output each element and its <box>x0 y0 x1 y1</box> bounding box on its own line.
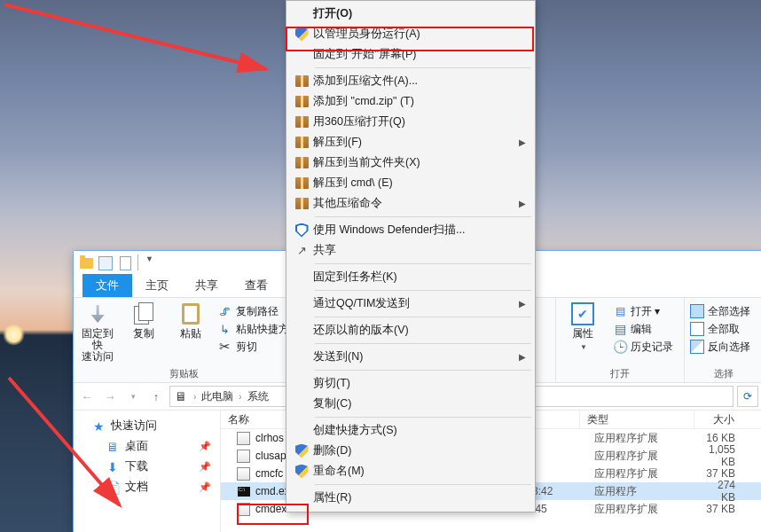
tab-file[interactable]: 文件 <box>82 274 132 297</box>
context-menu: 打开(O) 以管理员身份运行(A) 固定到"开始"屏幕(P) 添加到压缩文件(A… <box>286 0 536 512</box>
copy-button[interactable]: 复制 <box>125 301 162 340</box>
dll-icon <box>237 432 250 445</box>
ctx-create-shortcut[interactable]: 创建快捷方式(S) <box>288 420 533 441</box>
nav-downloads[interactable]: ⬇ 下载 📌 <box>74 457 220 477</box>
star-icon: ★ <box>91 419 106 434</box>
ctx-add-archive[interactable]: 添加到压缩文件(A)... <box>288 71 533 91</box>
separator <box>315 67 531 68</box>
ctx-properties[interactable]: 属性(R) <box>288 488 533 508</box>
nav-back-button[interactable]: ← <box>77 387 97 406</box>
tab-share[interactable]: 共享 <box>182 274 231 297</box>
file-type: 应用程序扩展 <box>587 502 701 517</box>
pc-icon: 🖥 <box>174 389 188 403</box>
properties-icon[interactable] <box>116 254 134 272</box>
history-button[interactable]: 🕒 历史记录 <box>613 339 673 355</box>
chevron-right-icon: › <box>235 392 245 402</box>
annotation-highlight-admin <box>286 27 534 51</box>
ctx-other-compress[interactable]: 其他压缩命令▶ <box>288 193 533 214</box>
annotation-arrow-1 <box>0 0 293 91</box>
invert-icon <box>690 340 704 354</box>
archive-icon <box>295 177 309 189</box>
nav-pane: ★ 快速访问 🖥 桌面 📌 ⬇ 下载 📌 📄 文档 📌 <box>74 411 221 532</box>
select-all-icon <box>690 304 704 318</box>
pin-quick-access-button[interactable]: 固定到快 速访问 <box>79 301 116 363</box>
file-size: 37 KB <box>701 467 761 480</box>
edit-button[interactable]: ▤ 编辑 <box>613 321 673 337</box>
file-type: 应用程序 <box>587 484 701 499</box>
link-icon: 🖇 <box>218 304 232 318</box>
qat-dropdown-icon[interactable]: ▼ <box>142 254 157 272</box>
document-icon: 📄 <box>106 481 120 495</box>
archive-icon <box>295 137 309 148</box>
pin-icon <box>91 305 105 323</box>
nav-quick-access[interactable]: ★ 快速访问 <box>74 416 220 436</box>
history-icon: 🕒 <box>613 340 627 354</box>
invert-selection-button[interactable]: 反向选择 <box>690 339 757 355</box>
paste-icon <box>182 303 200 325</box>
ctx-extract-cmd[interactable]: 解压到 cmd\ (E) <box>288 173 533 193</box>
open-button[interactable]: ▤ 打开 ▾ <box>613 303 673 319</box>
download-icon: ⬇ <box>106 460 120 474</box>
folder-icon[interactable] <box>77 254 95 272</box>
ctx-extract-to[interactable]: 解压到(F)▶ <box>288 132 533 153</box>
nav-desktop[interactable]: 🖥 桌面 📌 <box>74 436 220 457</box>
desktop-sun <box>3 324 25 346</box>
copy-path-button[interactable]: 🖇 复制路径 <box>218 303 289 319</box>
ctx-pin-taskbar[interactable]: 固定到任务栏(K) <box>288 267 533 287</box>
share-icon: ↗ <box>297 244 307 257</box>
ctx-extract-here[interactable]: 解压到当前文件夹(X) <box>288 153 533 173</box>
ctx-add-cmdzip[interactable]: 添加到 "cmd.zip" (T) <box>288 91 533 112</box>
separator <box>315 417 531 418</box>
paste-button[interactable]: 粘贴 <box>172 301 209 340</box>
ctx-delete[interactable]: 删除(D) <box>288 441 533 461</box>
breadcrumb-root[interactable]: 此电脑 <box>201 389 233 404</box>
separator <box>315 343 531 344</box>
nav-up-button[interactable]: ↑ <box>146 387 166 406</box>
desktop-icon: 🖥 <box>106 440 120 454</box>
archive-icon <box>295 198 309 209</box>
select-none-button[interactable]: 全部取 <box>690 321 757 337</box>
properties-button[interactable]: ✔ 属性▼ <box>561 301 604 353</box>
ctx-open-360[interactable]: 用360压缩打开(Q) <box>288 112 533 132</box>
tab-home[interactable]: 主页 <box>132 274 182 297</box>
separator <box>315 216 531 217</box>
separator <box>315 290 531 291</box>
archive-icon <box>295 116 309 128</box>
tab-view[interactable]: 查看 <box>231 274 281 297</box>
ctx-copy[interactable]: 复制(C) <box>288 394 533 414</box>
nav-recent-button[interactable]: ▾ <box>123 387 143 406</box>
nav-forward-button[interactable]: → <box>100 387 120 406</box>
file-type: 应用程序扩展 <box>587 449 701 464</box>
cut-button[interactable]: ✂ 剪切 <box>218 339 289 355</box>
copy-icon <box>134 302 153 325</box>
paste-shortcut-button[interactable]: ↳ 粘贴快捷方 <box>218 321 289 337</box>
save-icon[interactable] <box>97 254 114 272</box>
nav-documents[interactable]: 📄 文档 📌 <box>74 477 220 497</box>
ctx-share[interactable]: ↗共享 <box>288 240 533 261</box>
group-clipboard-label: 剪贴板 <box>79 365 289 380</box>
ctx-rename[interactable]: 重命名(M) <box>288 461 533 481</box>
ctx-cut[interactable]: 剪切(T) <box>288 373 533 394</box>
shield-icon <box>295 444 309 458</box>
group-select-label: 选择 <box>690 365 757 380</box>
file-type: 应用程序扩展 <box>587 466 701 481</box>
archive-icon <box>295 75 309 87</box>
dll-icon <box>237 467 250 481</box>
edit-icon: ▤ <box>613 322 627 336</box>
col-size[interactable]: 大小 <box>694 411 761 428</box>
file-name: clusap <box>255 450 286 462</box>
col-type[interactable]: 类型 <box>580 411 694 428</box>
svg-line-0 <box>4 4 266 69</box>
ctx-open[interactable]: 打开(O) <box>288 4 533 24</box>
refresh-button[interactable]: ⟳ <box>737 386 758 407</box>
ctx-restore-prev[interactable]: 还原以前的版本(V) <box>288 320 533 340</box>
file-name: clrhos <box>255 432 284 444</box>
select-all-button[interactable]: 全部选择 <box>690 303 757 319</box>
ctx-defender[interactable]: 使用 Windows Defender扫描... <box>288 220 533 240</box>
ctx-send-to[interactable]: 发送到(N)▶ <box>288 347 533 367</box>
exe-icon <box>238 487 250 497</box>
separator <box>315 370 531 371</box>
dll-icon <box>237 450 250 463</box>
ctx-send-qq[interactable]: 通过QQ/TIM发送到▶ <box>288 293 533 314</box>
breadcrumb-next[interactable]: 系统 <box>247 389 269 404</box>
